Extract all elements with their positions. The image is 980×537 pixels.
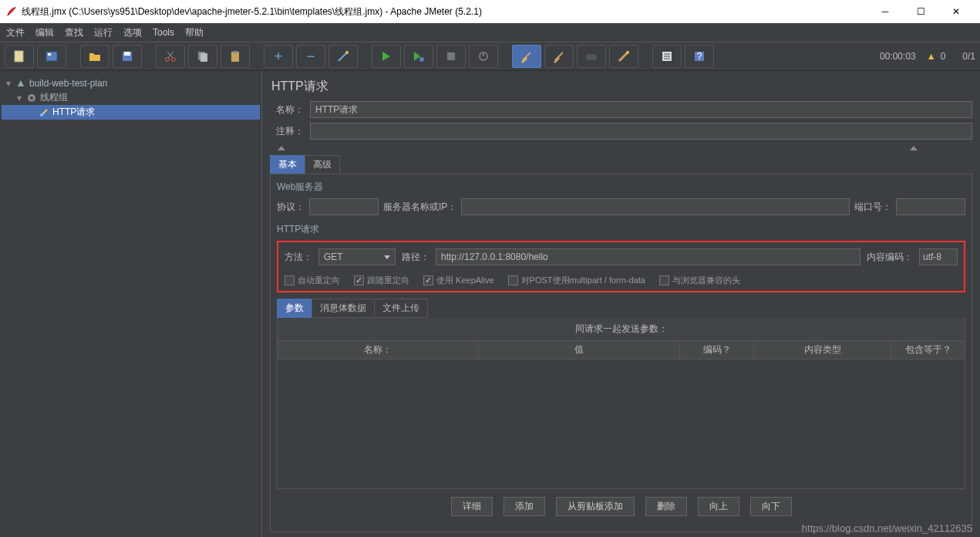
toolbar-clear-all-button[interactable] [544, 45, 574, 68]
toolbar-save-button[interactable] [113, 45, 142, 68]
save-icon [120, 49, 134, 63]
webserver-fieldset: Web服务器 协议： 服务器名称或IP： 端口号： HTTP请求 方法： GET… [270, 174, 972, 532]
comment-input[interactable] [310, 123, 972, 140]
label-follow-redirect: 跟随重定向 [367, 275, 409, 286]
tab-files[interactable]: 文件上传 [374, 299, 428, 318]
delete-button[interactable]: 删除 [645, 497, 687, 516]
detail-button[interactable]: 详细 [451, 497, 493, 516]
toolbar-shutdown-button[interactable] [469, 45, 498, 68]
binoculars-icon [584, 49, 598, 63]
clipboard-icon [228, 49, 242, 63]
window-title: 线程组.jmx (C:\Users\ys951\Desktop\dev\apac… [22, 5, 867, 19]
chevron-down-icon [384, 255, 390, 259]
encoding-label: 内容编码： [867, 251, 913, 264]
col-encode[interactable]: 编码？ [680, 341, 754, 359]
toolbar-clear-button[interactable] [512, 45, 541, 68]
test-plan-tree[interactable]: ▾ build-web-test-plan ▾ 线程组 HTTP请求 [0, 71, 262, 537]
toolbar-cut-button[interactable] [156, 45, 185, 68]
menu-file[interactable]: 文件 [6, 26, 25, 39]
svg-rect-0 [15, 51, 23, 62]
method-select[interactable]: GET [318, 248, 396, 265]
template-icon [45, 49, 59, 63]
window-close-button[interactable]: ✕ [938, 0, 974, 23]
protocol-input[interactable] [309, 198, 379, 215]
up-button[interactable]: 向上 [698, 497, 739, 516]
tree-twisty-icon[interactable]: ▾ [5, 78, 12, 89]
toolbar-collapse-button[interactable]: − [296, 45, 325, 68]
tree-http-request[interactable]: HTTP请求 [2, 105, 260, 120]
svg-rect-1 [46, 52, 57, 61]
name-input[interactable] [310, 101, 972, 118]
checkbox-keepalive[interactable] [423, 275, 433, 285]
toolbar-start-button[interactable] [372, 45, 401, 68]
toolbar-search-button[interactable] [577, 45, 606, 68]
svg-rect-4 [124, 52, 130, 56]
expand-handle[interactable] [270, 144, 972, 152]
warning-icon[interactable]: ▲ [927, 51, 936, 62]
menu-help[interactable]: 帮助 [185, 26, 204, 39]
tree-twisty-icon[interactable]: ▾ [15, 93, 23, 103]
svg-text:?: ? [697, 51, 702, 62]
menu-options[interactable]: 选项 [123, 26, 142, 39]
server-input[interactable] [461, 198, 850, 215]
menu-search[interactable]: 查找 [65, 26, 83, 39]
tab-basic[interactable]: 基本 [270, 155, 305, 174]
svg-rect-10 [233, 51, 237, 53]
sampler-icon [39, 107, 49, 118]
toolbar-help-button[interactable]: ? [685, 45, 714, 68]
comment-label: 注释： [270, 125, 304, 138]
down-button[interactable]: 向下 [750, 497, 792, 516]
toolbar-toggle-button[interactable] [328, 45, 358, 68]
checkbox-auto-redirect[interactable] [285, 275, 295, 285]
checkbox-follow-redirect[interactable] [354, 275, 364, 285]
add-button[interactable]: 添加 [503, 497, 545, 516]
shutdown-icon [478, 51, 489, 62]
toolbar-templates-button[interactable] [37, 45, 66, 68]
httprequest-legend: HTTP请求 [277, 223, 965, 236]
svg-rect-8 [200, 53, 207, 62]
tree-thread-group[interactable]: ▾ 线程组 [2, 90, 260, 105]
copy-icon [196, 49, 210, 63]
col-name[interactable]: 名称： [278, 341, 479, 359]
toolbar-copy-button[interactable] [188, 45, 217, 68]
port-input[interactable] [896, 198, 965, 215]
toolbar-open-button[interactable] [80, 45, 109, 68]
checkbox-multipart[interactable] [508, 275, 518, 285]
sweep-icon [617, 49, 631, 63]
toolbar-start-no-timers-button[interactable] [404, 45, 433, 68]
status-threads: 0/1 [962, 51, 975, 62]
toolbar-paste-button[interactable] [221, 45, 250, 68]
broom-icon [552, 49, 566, 63]
list-icon [660, 49, 674, 63]
encoding-input[interactable]: utf-8 [919, 248, 958, 265]
tab-params[interactable]: 参数 [277, 299, 312, 318]
toolbar-stop-button[interactable] [436, 45, 466, 68]
window-minimize-button[interactable]: ─ [867, 0, 903, 23]
window-maximize-button[interactable]: ☐ [903, 0, 938, 23]
status-warnings: 0 [941, 51, 946, 62]
params-table-body[interactable] [277, 360, 965, 489]
clipboard-add-button[interactable]: 从剪贴板添加 [556, 497, 635, 516]
folder-open-icon [88, 49, 102, 63]
col-include[interactable]: 包含等于？ [891, 341, 965, 359]
toolbar-reset-search-button[interactable] [609, 45, 638, 68]
col-ctype[interactable]: 内容类型 [754, 341, 891, 359]
svg-point-13 [419, 57, 424, 62]
tree-root[interactable]: ▾ build-web-test-plan [2, 76, 260, 90]
params-tabs: 参数 消息体数据 文件上传 [277, 299, 965, 318]
toolbar-expand-button[interactable]: + [264, 45, 293, 68]
checkbox-browser-headers[interactable] [659, 275, 669, 285]
port-label: 端口号： [854, 201, 891, 214]
col-value[interactable]: 值 [479, 341, 680, 359]
menu-run[interactable]: 运行 [94, 26, 113, 39]
wand-icon [336, 49, 350, 63]
path-input[interactable]: http://127.0.0.1:8080/hello [436, 248, 860, 265]
label-auto-redirect: 自动重定向 [298, 275, 340, 286]
tab-advanced[interactable]: 高级 [305, 155, 340, 174]
toolbar-new-button[interactable] [5, 45, 34, 68]
tab-body[interactable]: 消息体数据 [312, 299, 375, 318]
svg-point-29 [40, 113, 43, 117]
menu-edit[interactable]: 编辑 [35, 26, 54, 39]
menu-tools[interactable]: Tools [153, 27, 174, 38]
toolbar-function-helper-button[interactable] [652, 45, 682, 68]
